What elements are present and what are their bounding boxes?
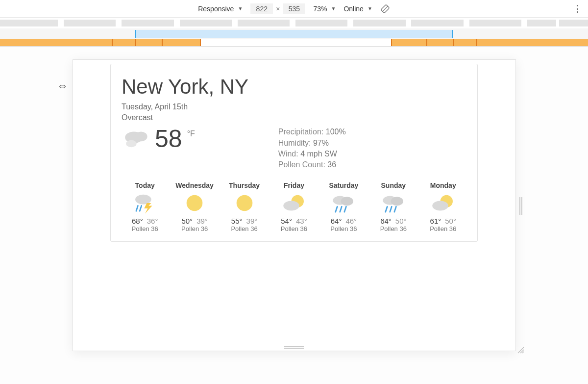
times-separator: × bbox=[276, 5, 280, 13]
device-mode-label: Responsive bbox=[198, 5, 234, 13]
zoom-select[interactable]: 73% ▼ bbox=[313, 5, 336, 13]
forecast-day-name: Today bbox=[122, 181, 168, 189]
forecast-lo: 50° bbox=[395, 217, 407, 225]
chevron-down-icon: ▼ bbox=[331, 6, 336, 11]
forecast-temps: 61°50° bbox=[420, 217, 466, 225]
svg-point-3 bbox=[135, 132, 147, 142]
media-query-range-left[interactable] bbox=[0, 39, 200, 46]
sunny-icon bbox=[221, 191, 268, 215]
wind-label: Wind: bbox=[278, 150, 298, 158]
forecast-day-name: Monday bbox=[420, 181, 466, 189]
media-query-bar-blue bbox=[0, 28, 588, 39]
svg-line-1 bbox=[382, 6, 388, 12]
partly-icon bbox=[270, 191, 317, 215]
network-label: Online bbox=[343, 5, 363, 13]
media-query-range[interactable] bbox=[135, 30, 453, 38]
svg-line-6 bbox=[136, 205, 138, 211]
rain-icon bbox=[320, 191, 367, 215]
forecast-pollen: Pollen 36 bbox=[171, 225, 218, 232]
forecast-temps: 55°39° bbox=[221, 217, 268, 225]
forecast-hi: 61° bbox=[430, 217, 441, 225]
forecast-hi: 64° bbox=[380, 217, 392, 225]
forecast-pollen: Pollen 36 bbox=[370, 225, 416, 232]
forecast-row: Today68°36°Pollen 36Wednesday50°39°Polle… bbox=[122, 181, 466, 232]
width-input[interactable] bbox=[250, 3, 273, 14]
forecast-day-name: Wednesday bbox=[171, 181, 218, 189]
rain-icon bbox=[370, 191, 416, 215]
svg-point-5 bbox=[135, 195, 151, 205]
forecast-temps: 54°43° bbox=[270, 217, 317, 225]
forecast-temps: 50°39° bbox=[171, 217, 218, 225]
svg-line-17 bbox=[344, 206, 346, 212]
rotate-button[interactable] bbox=[380, 4, 390, 14]
forecast-day: Monday61°50°Pollen 36 bbox=[420, 181, 466, 232]
weather-temp: 58 bbox=[155, 127, 182, 151]
humidity-label: Humidity: bbox=[278, 139, 311, 147]
resize-handle-bottom[interactable] bbox=[284, 346, 304, 349]
partly-icon bbox=[420, 191, 466, 215]
weather-date: Tuesday, April 15th bbox=[122, 102, 466, 112]
svg-marker-8 bbox=[144, 203, 152, 214]
chevron-down-icon: ▼ bbox=[238, 6, 243, 11]
storm-icon bbox=[122, 191, 168, 215]
forecast-lo: 43° bbox=[296, 217, 307, 225]
svg-line-15 bbox=[336, 206, 338, 212]
forecast-temps: 68°36° bbox=[122, 217, 168, 225]
height-input[interactable] bbox=[283, 3, 305, 14]
precip-value: 100% bbox=[326, 128, 346, 136]
weather-location: New York, NY bbox=[122, 75, 466, 99]
svg-line-16 bbox=[340, 206, 342, 212]
device-canvas: ⇔ New York, NY Tuesday, April 15th Overc… bbox=[0, 47, 588, 384]
forecast-lo: 46° bbox=[345, 217, 357, 225]
media-query-bar-orange bbox=[0, 39, 588, 46]
svg-line-20 bbox=[386, 206, 388, 212]
breakpoint-ruler bbox=[0, 18, 588, 47]
forecast-day: Thursday55°39°Pollen 36 bbox=[221, 181, 268, 232]
forecast-lo: 50° bbox=[445, 217, 456, 225]
forecast-day: Today68°36°Pollen 36 bbox=[122, 181, 168, 232]
forecast-hi: 54° bbox=[281, 217, 292, 225]
wind-value: 4 mph SW bbox=[300, 150, 337, 158]
forecast-day-name: Thursday bbox=[221, 181, 268, 189]
chevron-down-icon: ▼ bbox=[368, 6, 372, 11]
forecast-hi: 64° bbox=[331, 217, 342, 225]
svg-point-4 bbox=[126, 140, 137, 148]
svg-line-21 bbox=[390, 206, 392, 212]
svg-point-14 bbox=[341, 197, 353, 205]
forecast-day-name: Friday bbox=[270, 181, 317, 189]
zoom-label: 73% bbox=[313, 5, 327, 13]
device-mode-select[interactable]: Responsive ▼ bbox=[198, 5, 243, 13]
resize-handle-corner[interactable] bbox=[516, 346, 524, 354]
svg-point-12 bbox=[283, 201, 299, 210]
cloud-icon bbox=[122, 127, 150, 150]
forecast-pollen: Pollen 36 bbox=[420, 225, 466, 232]
svg-line-7 bbox=[140, 205, 142, 211]
forecast-temps: 64°46° bbox=[320, 217, 367, 225]
responsive-toolbar: Responsive ▼ × 73% ▼ Online ▼ bbox=[0, 0, 588, 18]
network-select[interactable]: Online ▼ bbox=[343, 5, 372, 13]
forecast-hi: 68° bbox=[132, 217, 143, 225]
weather-details: Precipitation: 100% Humidity: 97% Wind: … bbox=[278, 127, 346, 171]
forecast-day-name: Sunday bbox=[370, 181, 416, 189]
scroll-handle-right[interactable] bbox=[519, 197, 522, 215]
forecast-lo: 39° bbox=[246, 217, 258, 225]
sunny-icon bbox=[171, 191, 218, 215]
media-query-range-right[interactable] bbox=[391, 39, 588, 46]
pollen-label: Pollen Count: bbox=[278, 160, 325, 169]
forecast-day: Saturday64°46°Pollen 36 bbox=[320, 181, 367, 232]
svg-point-24 bbox=[432, 201, 448, 210]
svg-line-27 bbox=[522, 352, 524, 353]
humidity-value: 97% bbox=[313, 139, 329, 147]
more-options-button[interactable] bbox=[573, 4, 581, 14]
svg-line-22 bbox=[394, 206, 396, 212]
weather-unit: °F bbox=[187, 129, 195, 138]
forecast-day: Sunday64°50°Pollen 36 bbox=[370, 181, 416, 232]
pollen-value: 36 bbox=[327, 160, 336, 169]
forecast-pollen: Pollen 36 bbox=[122, 225, 168, 232]
rotate-icon bbox=[380, 4, 390, 14]
ruler-ticks bbox=[0, 18, 588, 28]
weather-condition: Overcast bbox=[122, 112, 466, 123]
forecast-pollen: Pollen 36 bbox=[221, 225, 268, 232]
forecast-pollen: Pollen 36 bbox=[270, 225, 317, 232]
resize-handle-left[interactable]: ⇔ bbox=[59, 81, 65, 92]
